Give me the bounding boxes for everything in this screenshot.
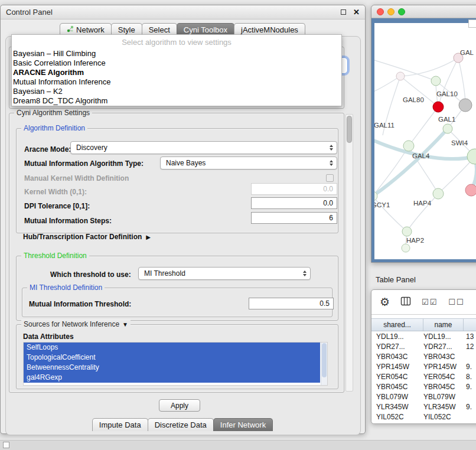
tab-jactivemnodules[interactable]: jActiveMNodules (234, 23, 305, 35)
network-node[interactable] (467, 149, 476, 164)
column-header-shared-name[interactable]: shared... (371, 319, 423, 331)
select-all-checkboxes-icon[interactable]: ☑☑ (422, 298, 438, 306)
close-traffic-light-icon[interactable] (377, 8, 384, 15)
minimized-panel-icon[interactable] (3, 442, 9, 448)
table-row[interactable]: YDL19...YDL19...13 (371, 331, 476, 341)
mi-steps-label: Mutual Information Steps: (24, 217, 112, 225)
tab-infer-network[interactable]: Infer Network (213, 418, 273, 431)
tab-cyni-toolbox[interactable]: Cyni Toolbox (177, 23, 234, 35)
manual-kernel-width-label: Manual Kernel Width Definition (24, 174, 129, 182)
data-attribute-item[interactable]: gal4RGexp (24, 373, 320, 383)
table-row[interactable]: YER054CYER054C8. (371, 371, 476, 381)
which-threshold-combobox[interactable]: MI Threshold (138, 267, 311, 280)
sources-title: Sources for Network Inference ▼ (21, 320, 131, 328)
attributes-scrollbar-thumb[interactable] (322, 343, 327, 377)
gear-icon[interactable]: ⚙ (380, 296, 390, 308)
network-node[interactable] (465, 184, 476, 196)
data-attribute-item[interactable]: TopologicalCoefficient (24, 353, 320, 363)
algorithm-option[interactable]: Bayesian – K2 (12, 87, 341, 96)
network-window-titlebar[interactable] (371, 5, 476, 18)
network-view-frame: GALGAL80GAL10GAL11GAL1SWI4GAL4GCY1HAP4HA… (371, 18, 476, 262)
mi-steps-field[interactable]: 6 (251, 212, 337, 224)
network-node[interactable] (433, 188, 444, 199)
table-cell: YBR043C (423, 353, 464, 361)
table-row[interactable]: YLR345WYLR345W9. (371, 402, 476, 412)
network-node[interactable] (433, 102, 444, 112)
table-row[interactable]: YPR145WYPR145W9. (371, 361, 476, 371)
combobox-value: Naive Bayes (166, 159, 206, 167)
data-attribute-item[interactable]: BetweennessCentrality (24, 363, 320, 373)
network-edge[interactable] (400, 58, 458, 76)
table-row[interactable]: YDR27...YDR27...12 (371, 341, 476, 351)
column-header-name[interactable]: name (423, 319, 464, 331)
data-attributes-list: SelfLoopsTopologicalCoefficientBetweenne… (24, 343, 327, 383)
table-toolbar: ⚙ ☑☑ ☐☐ (371, 290, 476, 315)
data-attributes-listbox[interactable]: SelfLoopsTopologicalCoefficientBetweenne… (23, 342, 328, 386)
kernel-width-field[interactable]: 0.0 (251, 183, 337, 195)
table-row[interactable]: YBR045CYBR045C9. (371, 381, 476, 392)
control-panel-tabs: Network Style Select Cyni Toolbox jActiv… (1, 22, 365, 35)
aracne-mode-combobox[interactable]: Discovery (70, 141, 337, 154)
network-node[interactable] (443, 124, 452, 133)
table-cell: YDR27... (423, 343, 464, 351)
dpi-tolerance-field[interactable]: 0.0 (251, 197, 337, 209)
table-header: shared... name (371, 318, 476, 331)
table-row[interactable]: YIL052CYIL052C (371, 412, 476, 422)
network-edge[interactable] (438, 58, 458, 107)
network-edge[interactable] (374, 76, 400, 94)
network-node[interactable] (402, 227, 412, 236)
table-cell: YDL19... (423, 332, 464, 341)
algorithm-option[interactable]: Bayesian – Hill Climbing (12, 49, 341, 58)
network-view-window: GALGAL80GAL10GAL11GAL1SWI4GAL4GCY1HAP4HA… (371, 5, 476, 263)
algorithm-option[interactable]: ARACNE Algorithm (12, 68, 341, 77)
deselect-all-checkboxes-icon[interactable]: ☐☐ (448, 298, 464, 306)
tab-style[interactable]: Style (111, 23, 142, 35)
network-node[interactable] (403, 141, 414, 151)
expand-right-icon[interactable]: ▶ (146, 234, 151, 240)
node-label: HAP4 (413, 200, 432, 207)
apply-button[interactable]: Apply (159, 399, 200, 412)
mi-threshold-field[interactable]: 0.5 (249, 298, 334, 309)
table-row[interactable]: YBL079WYBL079W (371, 392, 476, 402)
control-panel-titlebar[interactable]: Control Panel ✕ (1, 5, 365, 19)
table-cell: YIL052C (423, 413, 464, 421)
zoom-traffic-light-icon[interactable] (398, 8, 405, 15)
close-window-icon[interactable]: ✕ (353, 8, 360, 17)
algorithm-option[interactable]: Dream8 DC_TDC Algorithm (12, 96, 341, 106)
columns-icon[interactable] (400, 296, 411, 309)
manual-kernel-width-checkbox[interactable] (326, 174, 334, 182)
float-window-icon[interactable] (341, 9, 346, 15)
hub-definition-toggle[interactable]: Hub/Transcription Factor Definition ▶ (23, 233, 151, 241)
algorithm-option[interactable]: Basic Correlation Inference (12, 58, 341, 68)
algorithm-definition-title: Algorithm Definition (21, 124, 87, 132)
mi-algorithm-type-combobox[interactable]: Naive Bayes (160, 156, 337, 169)
network-edge-highlighted[interactable] (374, 129, 448, 196)
network-scrollbar-corner (468, 19, 476, 28)
network-node[interactable] (459, 99, 472, 112)
network-canvas[interactable]: GALGAL80GAL10GAL11GAL1SWI4GAL4GCY1HAP4HA… (374, 23, 476, 259)
column-header-extra[interactable] (464, 319, 476, 331)
table-cell: YDR27... (371, 343, 423, 351)
network-edge[interactable] (374, 58, 436, 81)
network-node[interactable] (431, 76, 441, 86)
window-title: Control Panel (6, 8, 341, 17)
kernel-width-label: Kernel Width (0,1): (24, 188, 87, 196)
network-edge[interactable] (409, 107, 438, 146)
tab-network[interactable]: Network (60, 23, 112, 35)
tab-discretize-data[interactable]: Discretize Data (148, 418, 214, 431)
data-attribute-item[interactable]: SelfLoops (24, 343, 320, 353)
tab-select[interactable]: Select (142, 23, 177, 35)
network-edge[interactable] (458, 58, 465, 105)
algorithm-option[interactable]: Mutual Information Inference (12, 77, 341, 87)
table-row[interactable]: YBR043CYBR043C (371, 351, 476, 361)
mi-threshold-definition-title: MI Threshold Definition (27, 283, 105, 292)
scrollbar-thumb[interactable] (347, 116, 352, 143)
network-node[interactable] (402, 244, 410, 252)
tab-impute-data[interactable]: Impute Data (92, 418, 148, 431)
minimize-traffic-light-icon[interactable] (387, 8, 395, 15)
tab-label: jActiveMNodules (241, 25, 298, 34)
settings-scrollbar[interactable] (345, 114, 353, 392)
network-node[interactable] (396, 72, 405, 80)
attributes-scrollbar[interactable] (321, 343, 327, 385)
collapse-down-icon[interactable]: ▼ (122, 321, 128, 328)
